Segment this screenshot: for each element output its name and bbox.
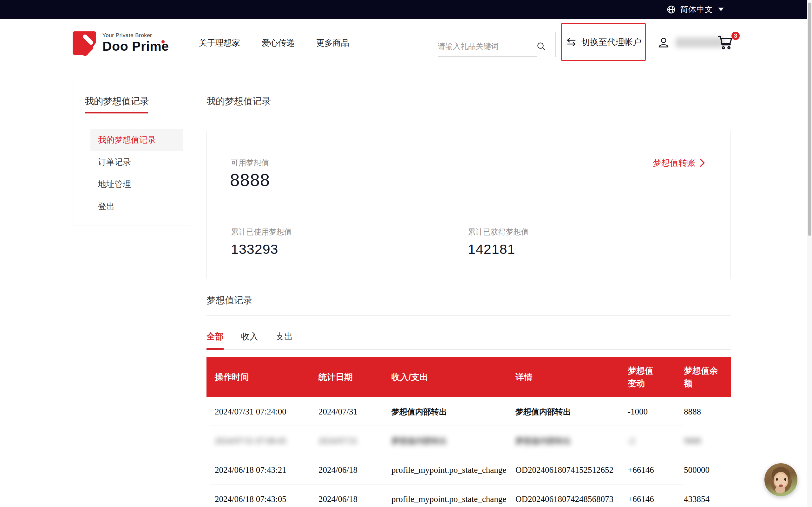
sidebar-item-order-history[interactable]: 订单记录 bbox=[90, 151, 183, 173]
table-header: 操作时间 统计日期 收入/支出 详情 梦想值变动 梦想值余额 bbox=[206, 357, 731, 397]
chevron-right-icon bbox=[699, 158, 706, 167]
stat-earned-points: 累计已获得梦想值 142181 bbox=[468, 227, 529, 257]
table-cell: 梦想值内部转出 bbox=[507, 406, 619, 417]
table-cell: profile_mypoint.po_state_change bbox=[383, 494, 507, 504]
table-cell: 2024/07/31 07:24:00 bbox=[206, 407, 310, 417]
nav-item-more-products[interactable]: 更多商品 bbox=[316, 38, 349, 49]
sidebar: 我的梦想值记录 我的梦想值记录 订单记录 地址管理 登出 bbox=[72, 81, 190, 226]
caret-down-icon bbox=[718, 8, 724, 11]
table-body: 2024/07/31 07:24:002024/07/31梦想值内部转出梦想值内… bbox=[206, 397, 731, 507]
cart-button[interactable]: 3 bbox=[716, 33, 739, 54]
table-cell: 梦想值内部转出 bbox=[507, 436, 619, 446]
table-cell: 8888 bbox=[676, 407, 731, 417]
table-cell: 梦想值内部转出 bbox=[383, 406, 507, 417]
records-tabs: 全部 收入 支出 bbox=[206, 328, 731, 350]
nav-item-charity[interactable]: 爱心传递 bbox=[262, 38, 295, 49]
switch-account-label: 切换至代理帐户 bbox=[581, 37, 641, 48]
doo-prime-logo-icon bbox=[72, 32, 96, 55]
column-header: 梦想值变动 bbox=[619, 364, 676, 390]
user-account[interactable] bbox=[657, 36, 724, 49]
records-section-title: 梦想值记录 bbox=[206, 294, 252, 307]
nav-item-about[interactable]: 关于理想家 bbox=[199, 38, 240, 49]
stat-used-points: 累计已使用梦想值 133293 bbox=[231, 227, 292, 257]
table-cell: 2024/06/18 bbox=[310, 465, 383, 475]
tab-all[interactable]: 全部 bbox=[206, 328, 223, 349]
records-table: 操作时间 统计日期 收入/支出 详情 梦想值变动 梦想值余额 2024/07/3… bbox=[206, 357, 731, 507]
stat-label: 累计已获得梦想值 bbox=[468, 227, 529, 237]
sidebar-item-my-dream-points[interactable]: 我的梦想值记录 bbox=[90, 129, 183, 151]
column-header: 操作时间 bbox=[206, 371, 310, 384]
top-bar: 简体中文 bbox=[0, 0, 812, 19]
table-row: 2024/07/31 07:24:002024/07/31梦想值内部转出梦想值内… bbox=[206, 397, 731, 426]
tab-expense[interactable]: 支出 bbox=[275, 328, 293, 349]
table-row: 2024/06/18 07:43:212024/06/18profile_myp… bbox=[206, 455, 731, 485]
table-cell: 2024/07/31 bbox=[310, 436, 383, 446]
support-avatar[interactable] bbox=[764, 463, 798, 496]
table-cell: 2024/07/31 07:08:45 bbox=[206, 436, 310, 446]
divider bbox=[231, 207, 708, 207]
stat-label: 累计已使用梦想值 bbox=[231, 227, 292, 237]
header-divider bbox=[555, 32, 556, 57]
table-cell: -1000 bbox=[619, 407, 676, 417]
main-nav: 关于理想家 爱心传递 更多商品 bbox=[199, 38, 349, 49]
logo[interactable]: Your Private Broker Doo Prime bbox=[72, 32, 169, 55]
switch-to-agent-account-button[interactable]: 切换至代理帐户 bbox=[561, 23, 646, 61]
table-cell: 梦想值内部转出 bbox=[383, 436, 507, 446]
table-cell: 9888 bbox=[676, 436, 731, 446]
points-transfer-link[interactable]: 梦想值转账 bbox=[653, 157, 706, 169]
table-cell: profile_mypoint.po_state_change bbox=[383, 465, 507, 475]
sidebar-title-underline bbox=[85, 112, 148, 113]
column-header: 详情 bbox=[507, 371, 619, 384]
tab-income[interactable]: 收入 bbox=[241, 328, 258, 349]
table-cell: OD20240618074152512652 bbox=[507, 465, 619, 475]
sidebar-menu: 我的梦想值记录 订单记录 地址管理 登出 bbox=[73, 129, 190, 217]
sidebar-item-logout[interactable]: 登出 bbox=[90, 195, 183, 217]
table-cell: 2024/06/18 07:43:05 bbox=[206, 494, 310, 504]
stat-value: 133293 bbox=[231, 241, 292, 257]
available-points-value: 8888 bbox=[230, 170, 270, 190]
table-cell: 2024/06/18 bbox=[310, 494, 383, 504]
table-cell: 500000 bbox=[676, 465, 731, 475]
page: 简体中文 Your Private Broker Doo Prime 关于理想家… bbox=[0, 0, 812, 507]
table-cell: +66146 bbox=[619, 465, 676, 475]
stat-value: 142181 bbox=[468, 241, 529, 257]
table-cell: 433854 bbox=[676, 494, 731, 504]
globe-icon bbox=[666, 5, 676, 14]
language-label: 简体中文 bbox=[680, 4, 713, 14]
logo-brand: Doo Prime bbox=[102, 39, 169, 54]
table-row: 2024/06/18 07:43:052024/06/18profile_myp… bbox=[206, 485, 731, 507]
scrollbar-track[interactable] bbox=[807, 0, 812, 507]
logo-tagline: Your Private Broker bbox=[102, 32, 169, 39]
table-cell: +66146 bbox=[619, 494, 676, 504]
divider bbox=[206, 315, 731, 316]
scrollbar-thumb[interactable] bbox=[808, 3, 811, 236]
table-cell: 2024/06/18 07:43:21 bbox=[206, 465, 310, 475]
column-header: 梦想值余额 bbox=[676, 364, 731, 390]
table-cell: -2 bbox=[619, 436, 676, 446]
points-transfer-label: 梦想值转账 bbox=[653, 157, 696, 169]
user-icon bbox=[657, 36, 670, 49]
points-summary-card: 可用梦想值 8888 梦想值转账 累计已使用梦想值 133293 累计已获得梦想… bbox=[206, 131, 731, 279]
table-cell: OD20240618074248568073 bbox=[507, 494, 619, 504]
sidebar-title: 我的梦想值记录 bbox=[85, 95, 190, 108]
page-title: 我的梦想值记录 bbox=[206, 95, 271, 108]
cart-badge: 3 bbox=[731, 32, 740, 40]
column-header: 统计日期 bbox=[310, 371, 383, 384]
search-box bbox=[438, 37, 537, 56]
sidebar-item-address-management[interactable]: 地址管理 bbox=[90, 173, 183, 195]
search-icon[interactable] bbox=[536, 41, 546, 51]
available-points-label: 可用梦想值 bbox=[231, 158, 269, 168]
search-input[interactable] bbox=[438, 42, 536, 51]
column-header: 收入/支出 bbox=[383, 371, 507, 384]
table-row: 2024/07/31 07:08:452024/07/31梦想值内部转出梦想值内… bbox=[206, 426, 731, 455]
language-switcher[interactable]: 简体中文 bbox=[666, 0, 724, 19]
swap-icon bbox=[565, 37, 577, 48]
table-cell: 2024/07/31 bbox=[310, 407, 383, 417]
